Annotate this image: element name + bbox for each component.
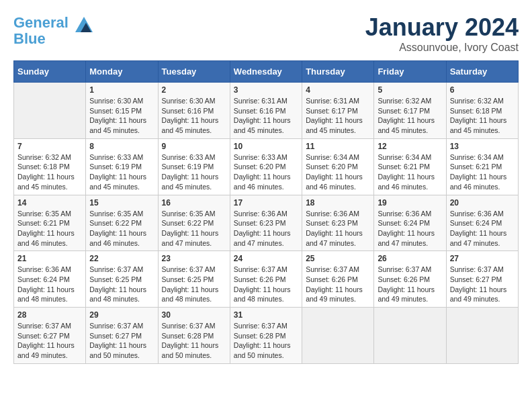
day-number: 3 (234, 85, 298, 95)
day-info: Sunrise: 6:36 AM Sunset: 6:23 PM Dayligh… (306, 209, 370, 248)
calendar-cell: 12Sunrise: 6:34 AM Sunset: 6:21 PM Dayli… (374, 138, 446, 195)
calendar-cell: 2Sunrise: 6:30 AM Sunset: 6:16 PM Daylig… (158, 83, 230, 139)
day-number: 1 (89, 85, 154, 95)
day-info: Sunrise: 6:37 AM Sunset: 6:27 PM Dayligh… (89, 321, 154, 361)
day-number: 5 (378, 85, 442, 95)
day-number: 28 (17, 310, 82, 320)
page-header: General Blue January 2024 Assounvoue, Iv… (13, 13, 519, 54)
day-number: 6 (450, 85, 515, 95)
calendar-cell: 1Sunrise: 6:30 AM Sunset: 6:15 PM Daylig… (86, 83, 158, 139)
day-info: Sunrise: 6:37 AM Sunset: 6:26 PM Dayligh… (378, 265, 442, 304)
calendar-cell (446, 308, 518, 364)
day-info: Sunrise: 6:30 AM Sunset: 6:16 PM Dayligh… (162, 96, 226, 136)
calendar-cell: 15Sunrise: 6:35 AM Sunset: 6:22 PM Dayli… (86, 195, 158, 251)
weekday-header-tuesday: Tuesday (158, 61, 230, 83)
calendar-cell: 11Sunrise: 6:34 AM Sunset: 6:20 PM Dayli… (302, 138, 374, 195)
day-info: Sunrise: 6:37 AM Sunset: 6:26 PM Dayligh… (234, 265, 298, 304)
day-info: Sunrise: 6:37 AM Sunset: 6:25 PM Dayligh… (89, 265, 154, 304)
calendar-week-1: 1Sunrise: 6:30 AM Sunset: 6:15 PM Daylig… (14, 83, 519, 139)
month-title: January 2024 (365, 13, 519, 42)
weekday-header-friday: Friday (374, 61, 446, 83)
day-number: 25 (306, 254, 370, 263)
day-number: 2 (162, 85, 226, 95)
day-info: Sunrise: 6:32 AM Sunset: 6:18 PM Dayligh… (17, 152, 82, 192)
calendar-cell: 22Sunrise: 6:37 AM Sunset: 6:25 PM Dayli… (86, 251, 158, 308)
day-info: Sunrise: 6:33 AM Sunset: 6:20 PM Dayligh… (234, 152, 298, 192)
day-number: 19 (378, 198, 442, 208)
calendar-cell: 14Sunrise: 6:35 AM Sunset: 6:21 PM Dayli… (14, 195, 86, 251)
day-number: 31 (234, 310, 298, 320)
day-number: 17 (234, 198, 298, 208)
day-number: 21 (17, 254, 82, 263)
day-info: Sunrise: 6:31 AM Sunset: 6:16 PM Dayligh… (234, 96, 298, 136)
day-number: 30 (162, 310, 226, 320)
day-info: Sunrise: 6:36 AM Sunset: 6:24 PM Dayligh… (378, 209, 442, 248)
day-number: 7 (17, 142, 82, 151)
weekday-header-monday: Monday (86, 61, 158, 83)
location-subtitle: Assounvoue, Ivory Coast (365, 42, 519, 54)
day-info: Sunrise: 6:36 AM Sunset: 6:24 PM Dayligh… (17, 265, 82, 304)
calendar-cell: 7Sunrise: 6:32 AM Sunset: 6:18 PM Daylig… (14, 138, 86, 195)
calendar-cell (14, 83, 86, 139)
day-info: Sunrise: 6:33 AM Sunset: 6:19 PM Dayligh… (89, 152, 154, 192)
day-info: Sunrise: 6:37 AM Sunset: 6:25 PM Dayligh… (162, 265, 226, 304)
day-info: Sunrise: 6:37 AM Sunset: 6:28 PM Dayligh… (234, 321, 298, 361)
weekday-header-wednesday: Wednesday (230, 61, 302, 83)
calendar-cell: 17Sunrise: 6:36 AM Sunset: 6:23 PM Dayli… (230, 195, 302, 251)
calendar-cell: 3Sunrise: 6:31 AM Sunset: 6:16 PM Daylig… (230, 83, 302, 139)
day-info: Sunrise: 6:37 AM Sunset: 6:27 PM Dayligh… (450, 265, 515, 304)
day-info: Sunrise: 6:34 AM Sunset: 6:20 PM Dayligh… (306, 152, 370, 192)
day-info: Sunrise: 6:32 AM Sunset: 6:18 PM Dayligh… (450, 96, 515, 136)
day-info: Sunrise: 6:37 AM Sunset: 6:27 PM Dayligh… (17, 321, 82, 361)
day-info: Sunrise: 6:35 AM Sunset: 6:22 PM Dayligh… (162, 209, 226, 248)
day-number: 22 (89, 254, 154, 263)
calendar-cell: 27Sunrise: 6:37 AM Sunset: 6:27 PM Dayli… (446, 251, 518, 308)
day-number: 4 (306, 85, 370, 95)
calendar-cell: 28Sunrise: 6:37 AM Sunset: 6:27 PM Dayli… (14, 308, 86, 364)
calendar-header-row: SundayMondayTuesdayWednesdayThursdayFrid… (14, 61, 519, 83)
day-number: 16 (162, 198, 226, 208)
day-info: Sunrise: 6:34 AM Sunset: 6:21 PM Dayligh… (378, 152, 442, 192)
calendar-week-3: 14Sunrise: 6:35 AM Sunset: 6:21 PM Dayli… (14, 195, 519, 251)
weekday-header-saturday: Saturday (446, 61, 518, 83)
day-number: 10 (234, 142, 298, 151)
day-number: 12 (378, 142, 442, 151)
calendar-cell: 23Sunrise: 6:37 AM Sunset: 6:25 PM Dayli… (158, 251, 230, 308)
weekday-header-sunday: Sunday (14, 61, 86, 83)
day-number: 26 (378, 254, 442, 263)
calendar-cell: 29Sunrise: 6:37 AM Sunset: 6:27 PM Dayli… (86, 308, 158, 364)
calendar-cell: 24Sunrise: 6:37 AM Sunset: 6:26 PM Dayli… (230, 251, 302, 308)
calendar-cell: 20Sunrise: 6:36 AM Sunset: 6:24 PM Dayli… (446, 195, 518, 251)
calendar-cell: 9Sunrise: 6:33 AM Sunset: 6:19 PM Daylig… (158, 138, 230, 195)
logo-general: General (13, 14, 69, 31)
calendar-cell (302, 308, 374, 364)
day-number: 9 (162, 142, 226, 151)
day-number: 27 (450, 254, 515, 263)
day-info: Sunrise: 6:32 AM Sunset: 6:17 PM Dayligh… (378, 96, 442, 136)
day-info: Sunrise: 6:36 AM Sunset: 6:24 PM Dayligh… (450, 209, 515, 248)
calendar-cell: 26Sunrise: 6:37 AM Sunset: 6:26 PM Dayli… (374, 251, 446, 308)
day-info: Sunrise: 6:37 AM Sunset: 6:28 PM Dayligh… (162, 321, 226, 361)
day-number: 8 (89, 142, 154, 151)
calendar-cell: 19Sunrise: 6:36 AM Sunset: 6:24 PM Dayli… (374, 195, 446, 251)
day-number: 13 (450, 142, 515, 151)
calendar-cell: 10Sunrise: 6:33 AM Sunset: 6:20 PM Dayli… (230, 138, 302, 195)
calendar-cell (374, 308, 446, 364)
calendar-cell: 8Sunrise: 6:33 AM Sunset: 6:19 PM Daylig… (86, 138, 158, 195)
calendar-cell: 16Sunrise: 6:35 AM Sunset: 6:22 PM Dayli… (158, 195, 230, 251)
day-info: Sunrise: 6:37 AM Sunset: 6:26 PM Dayligh… (306, 265, 370, 304)
day-number: 15 (89, 198, 154, 208)
day-info: Sunrise: 6:35 AM Sunset: 6:22 PM Dayligh… (89, 209, 154, 248)
calendar-cell: 18Sunrise: 6:36 AM Sunset: 6:23 PM Dayli… (302, 195, 374, 251)
day-info: Sunrise: 6:34 AM Sunset: 6:21 PM Dayligh… (450, 152, 515, 192)
calendar-week-4: 21Sunrise: 6:36 AM Sunset: 6:24 PM Dayli… (14, 251, 519, 308)
day-number: 11 (306, 142, 370, 151)
weekday-header-thursday: Thursday (302, 61, 374, 83)
logo-icon (74, 13, 94, 34)
calendar-cell: 13Sunrise: 6:34 AM Sunset: 6:21 PM Dayli… (446, 138, 518, 195)
calendar-week-5: 28Sunrise: 6:37 AM Sunset: 6:27 PM Dayli… (14, 308, 519, 364)
calendar-cell: 6Sunrise: 6:32 AM Sunset: 6:18 PM Daylig… (446, 83, 518, 139)
calendar-cell: 21Sunrise: 6:36 AM Sunset: 6:24 PM Dayli… (14, 251, 86, 308)
calendar-cell: 30Sunrise: 6:37 AM Sunset: 6:28 PM Dayli… (158, 308, 230, 364)
day-number: 23 (162, 254, 226, 263)
